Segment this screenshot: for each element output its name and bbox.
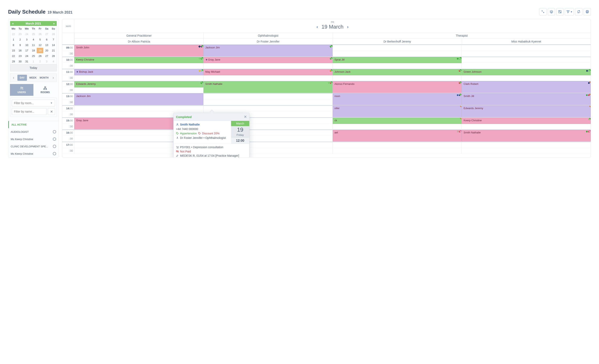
mini-cal-day[interactable]: 2 [17,37,24,42]
schedule-cell[interactable] [333,148,462,154]
mini-cal-day[interactable]: 6 [43,37,50,42]
schedule-cell[interactable] [462,87,591,93]
mini-cal-day[interactable]: 7 [50,37,57,42]
appointment[interactable]: Keerp Christine [462,118,591,124]
schedule-cell[interactable] [333,63,462,69]
schedule-cell[interactable] [74,63,203,69]
schedule-cell[interactable]: Jackson Jim [203,44,333,51]
expand-icon[interactable] [539,8,546,15]
schedule-cell[interactable] [462,75,591,81]
schedule-cell[interactable]: Keerp Christine [462,117,591,123]
appointment[interactable]: ck [333,118,462,124]
schedule-cell[interactable]: nson [333,93,462,99]
mini-cal-day[interactable]: 8 [10,42,17,48]
schedule-cell[interactable]: Alonso Fernando [333,81,462,87]
tab-rooms[interactable]: ROOMS [33,84,57,96]
schedule-cell[interactable] [203,87,333,93]
schedule-cell[interactable] [333,123,462,130]
prev-month-icon[interactable]: « [12,22,14,25]
mini-cal-day[interactable]: 24 [24,53,30,59]
schedule-cell[interactable]: ck [333,117,462,123]
mini-cal-day[interactable]: 13 [43,42,50,48]
schedule-cell[interactable]: Jackson Jim [74,93,203,99]
radio-icon[interactable] [53,138,56,141]
schedule-cell[interactable] [462,142,591,148]
appointment[interactable]: Keerp Christine [74,57,203,63]
mini-cal-day[interactable]: 4 [30,37,37,42]
prev-day-icon[interactable]: ‹ [317,25,318,29]
schedule-cell[interactable]: Green Johnson [462,69,591,75]
schedule-cell[interactable] [462,63,591,69]
mini-cal-day[interactable]: 9 [17,42,24,48]
mini-cal-day[interactable]: 31 [24,59,30,64]
schedule-cell[interactable] [333,142,462,148]
mini-cal-day[interactable]: 28 [50,53,57,59]
mini-cal-day[interactable]: 25 [30,53,37,59]
list-item[interactable]: Ms Keerp Christine [8,135,59,143]
mini-cal-day[interactable]: 1 [10,37,17,42]
mini-cal-day[interactable]: 15 [10,48,17,53]
schedule-cell[interactable]: Smith John [74,44,203,51]
mini-cal-day[interactable]: 29 [10,59,17,64]
layers-icon[interactable] [548,8,555,15]
refresh-icon[interactable] [575,8,582,15]
appointment[interactable]: Sprat Jill [333,57,462,63]
schedule-cell[interactable]: nifer [333,105,462,111]
appointment[interactable]: ★Bishop Jack [74,69,203,75]
schedule-cell[interactable] [333,51,462,57]
schedule-cell[interactable] [74,75,203,81]
view-day-button[interactable]: DAY [18,75,27,81]
close-icon[interactable]: ✕ [244,115,247,119]
schedule-cell[interactable]: ael [333,130,462,136]
next-month-icon[interactable]: » [53,22,55,25]
list-all-active[interactable]: ALL ACTIVE [8,121,59,128]
schedule-cell[interactable]: Johnson Jack [333,69,462,75]
schedule-cell[interactable]: Sprat Jill [333,57,462,63]
filter-button[interactable]: ▼ [565,8,574,15]
schedule-cell[interactable] [333,75,462,81]
schedule-cell[interactable] [333,44,462,51]
schedule-cell[interactable] [333,111,462,117]
schedule-cell[interactable] [462,44,591,51]
radio-icon[interactable] [53,145,56,148]
view-week-button[interactable]: WEEK [28,75,38,81]
schedule-cell[interactable]: Smith Nathalie [462,130,591,136]
mini-cal-day[interactable]: 19 [37,48,43,53]
schedule-cell[interactable] [203,93,333,99]
list-item[interactable]: CLINIC DEVELOPMENT SPE... [8,143,59,150]
mini-cal-day[interactable]: 25 [30,31,37,37]
list-item[interactable]: Ms Keerp Christine [8,150,59,157]
filter-name-input[interactable] [12,108,47,115]
schedule-cell[interactable] [333,99,462,105]
mini-cal-day[interactable]: 22 [10,53,17,59]
view-month-button[interactable]: MONTH [39,75,49,81]
schedule-cell[interactable] [462,99,591,105]
view-next-icon[interactable]: › [51,75,56,81]
mini-cal-day[interactable]: 4 [50,59,57,64]
schedule-cell[interactable]: Keerp Christine [74,57,203,63]
schedule-cell[interactable]: ★Bishop Jack [74,69,203,75]
mini-cal-day[interactable]: 23 [17,31,24,37]
radio-icon[interactable] [53,130,56,133]
print-icon[interactable] [584,8,591,15]
mini-cal-day[interactable]: 10 [24,42,30,48]
mini-cal-day[interactable]: 1 [30,59,37,64]
appointment[interactable]: Johnson Jack [333,69,462,75]
appointment[interactable]: Edwards Jeremy [74,81,203,87]
schedule-cell[interactable] [74,51,203,57]
mini-cal-day[interactable]: 26 [37,53,43,59]
today-button[interactable]: Today [10,64,57,71]
schedule-cell[interactable]: Edwards Jeremy [462,105,591,111]
next-day-icon[interactable]: › [347,25,349,29]
schedule-cell[interactable] [462,57,591,63]
schedule-cell[interactable] [462,136,591,142]
filter-room-select[interactable] [12,100,55,106]
mini-cal-day[interactable]: 2 [37,59,43,64]
mini-cal-day[interactable]: 27 [43,31,50,37]
mini-cal-day[interactable]: 3 [24,37,30,42]
mini-cal-day[interactable]: 17 [24,48,30,53]
mini-cal-day[interactable]: 24 [24,31,30,37]
mini-cal-day[interactable]: 30 [17,59,24,64]
schedule-cell[interactable]: Clark Robert [462,81,591,87]
schedule-cell[interactable] [333,136,462,142]
